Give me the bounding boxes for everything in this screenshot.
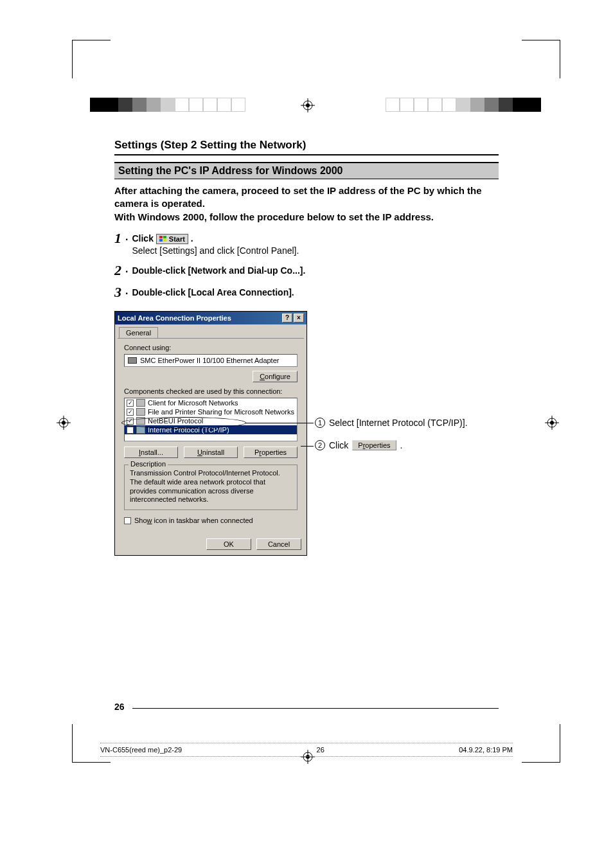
adapter-field: SMC EtherPower II 10/100 Ethernet Adapte… <box>124 354 298 367</box>
subsection-heading: Setting the PC's IP Address for Windows … <box>114 162 499 179</box>
protocol-icon <box>136 417 145 425</box>
registration-mark-icon <box>545 416 559 430</box>
tab-general[interactable]: General <box>119 327 158 338</box>
step-1: 1. Click Start . Select [Settings] and c… <box>114 231 499 256</box>
connection-properties-dialog: Local Area Connection Properties ? × Gen… <box>114 311 307 556</box>
properties-button-illustration: Properties <box>352 440 396 450</box>
callout-1: 1 Select [Internet Protocol (TCP/IP)]. <box>315 418 468 428</box>
uninstall-button[interactable]: Uninstall <box>184 447 238 458</box>
install-button[interactable]: Install... <box>124 447 178 458</box>
intro-text: After attaching the camera, proceed to s… <box>114 184 499 224</box>
page-number: 26 <box>114 702 125 712</box>
properties-button[interactable]: Properties <box>244 447 298 458</box>
registration-mark-icon <box>57 416 71 430</box>
callout-2: 2 Click Properties . <box>315 440 402 450</box>
registration-mark-icon <box>301 98 315 112</box>
show-icon-label: Show icon in taskbar when connected <box>134 517 253 524</box>
step-3: 3. Double-click [Local Area Connection]. <box>114 285 499 299</box>
service-icon <box>136 408 145 416</box>
cancel-button[interactable]: Cancel <box>256 538 301 550</box>
color-bar <box>386 98 541 112</box>
help-button[interactable]: ? <box>282 314 292 323</box>
step-2: 2. Double-click [Network and Dial-up Co.… <box>114 263 499 278</box>
footer: VN-C655(reed me)_p2-29 26 04.9.22, 8:19 … <box>100 743 513 757</box>
components-listbox[interactable]: ✓Client for Microsoft Networks ✓File and… <box>124 398 298 441</box>
connect-using-label: Connect using: <box>124 344 298 351</box>
components-label: Components checked are used by this conn… <box>124 387 298 395</box>
client-icon <box>136 399 145 407</box>
callout-line <box>301 446 314 447</box>
color-bar <box>90 98 245 112</box>
section-heading: Settings (Step 2 Setting the Network) <box>114 139 499 152</box>
network-adapter-icon <box>128 357 137 364</box>
ok-button[interactable]: OK <box>206 538 251 550</box>
start-button-illustration: Start <box>156 234 188 244</box>
close-button[interactable]: × <box>294 314 304 323</box>
dialog-title: Local Area Connection Properties <box>118 314 231 322</box>
show-icon-checkbox[interactable] <box>124 517 131 524</box>
tcpip-item[interactable]: ✓Internet Protocol (TCP/IP) <box>125 425 297 434</box>
configure-button[interactable]: Configure <box>253 371 298 382</box>
description-text: Transmission Control Protocol/Internet P… <box>130 469 292 504</box>
protocol-icon <box>136 426 145 434</box>
windows-logo-icon <box>159 236 167 243</box>
description-group-label: Description <box>129 460 168 468</box>
callout-line <box>245 423 314 423</box>
